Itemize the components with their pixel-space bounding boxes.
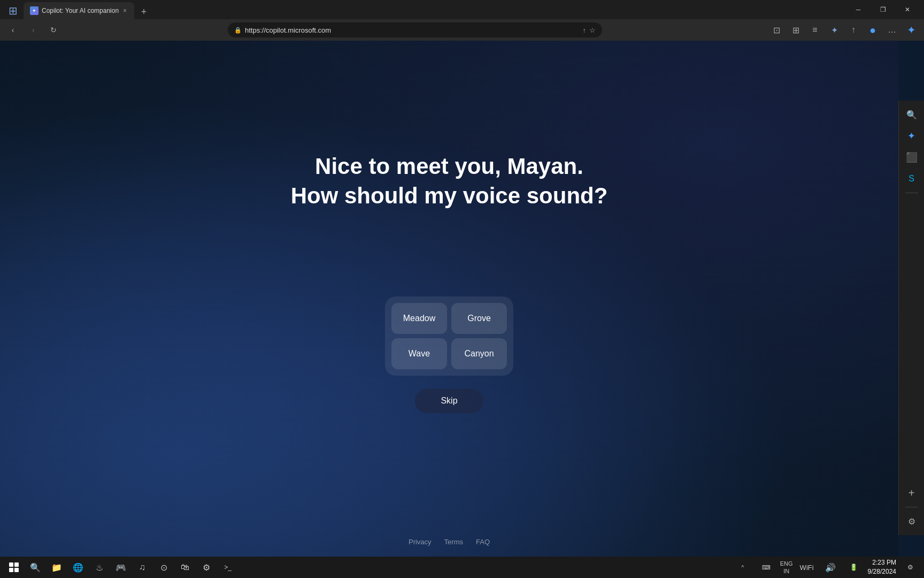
- url-text: https://copilot.microsoft.com: [245, 26, 580, 34]
- taskbar-chevron-button[interactable]: ^: [733, 559, 752, 576]
- extensions-button[interactable]: ⊞: [787, 21, 804, 39]
- browser-frame: ⊞ ✦ Copilot: Your AI companion × + ─ ❐ ✕…: [0, 0, 924, 578]
- taskbar-language[interactable]: ENGIN: [780, 560, 793, 575]
- privacy-link[interactable]: Privacy: [409, 538, 432, 546]
- taskbar-system-tray: ^ ⌨ ENGIN WiFi 🔊 🔋 2:23 PM 9/28/2024 ⚙: [733, 558, 920, 576]
- restore-button[interactable]: ❐: [871, 0, 895, 19]
- heading-line1: Nice to meet you, Mayan.: [291, 152, 608, 181]
- taskbar-search-button[interactable]: 🔍: [26, 559, 45, 576]
- taskbar-clock[interactable]: 2:23 PM 9/28/2024: [868, 558, 896, 576]
- sidebar-bottom-divider: [905, 507, 918, 507]
- start-icon: [9, 562, 19, 572]
- browser-icon: ⊞: [4, 2, 21, 19]
- sidebar-settings-button[interactable]: ⚙: [902, 512, 921, 531]
- browser-content: Nice to meet you, Mayan. How should my v…: [0, 41, 898, 557]
- sidebar-toggle-button[interactable]: ≡: [806, 21, 823, 39]
- terms-link[interactable]: Terms: [444, 538, 463, 546]
- refresh-button[interactable]: ↻: [45, 21, 62, 39]
- voice-options-grid: Meadow Grove Wave Canyon: [385, 296, 513, 376]
- sidebar-add-button[interactable]: +: [902, 483, 921, 503]
- share-button[interactable]: ↑: [845, 21, 862, 39]
- tab-close-button[interactable]: ×: [122, 6, 128, 16]
- more-menu-button[interactable]: …: [883, 21, 900, 39]
- taskbar-music[interactable]: ♫: [133, 559, 152, 576]
- taskbar-keyboard-button[interactable]: ⌨: [757, 559, 776, 576]
- page-background: Nice to meet you, Mayan. How should my v…: [0, 41, 898, 557]
- share-icon[interactable]: ↑: [583, 26, 587, 34]
- browser-sidebar: 🔍 ✦ ⬛ S + ⚙: [898, 101, 924, 535]
- voice-option-meadow[interactable]: Meadow: [391, 303, 447, 334]
- start-button[interactable]: [4, 559, 24, 576]
- heading-line2: How should my voice sound?: [291, 181, 608, 211]
- toolbar-actions: ⊡ ⊞ ≡ ✦ ↑ ● … ✦: [768, 21, 920, 39]
- sidebar-skype-button[interactable]: S: [902, 169, 921, 188]
- sidebar-divider: [905, 193, 918, 193]
- taskbar-volume-icon[interactable]: 🔊: [821, 559, 840, 576]
- tab-favicon: ✦: [30, 6, 38, 15]
- forward-button[interactable]: ›: [25, 21, 42, 39]
- taskbar-date-display: 9/28/2024: [868, 567, 896, 576]
- tab-title: Copilot: Your AI companion: [42, 7, 119, 14]
- close-button[interactable]: ✕: [895, 0, 920, 19]
- taskbar-chrome[interactable]: ⊙: [154, 559, 173, 576]
- main-heading: Nice to meet you, Mayan. How should my v…: [291, 152, 608, 210]
- copilot-button[interactable]: ✦: [903, 21, 920, 39]
- faq-link[interactable]: FAQ: [476, 538, 490, 546]
- taskbar-time-display: 2:23 PM: [868, 558, 896, 567]
- sidebar-search-button[interactable]: 🔍: [902, 105, 921, 124]
- voice-option-canyon[interactable]: Canyon: [451, 338, 507, 369]
- taskbar-steam[interactable]: ♨: [90, 559, 109, 576]
- taskbar-settings-app[interactable]: ⚙: [197, 559, 216, 576]
- split-view-button[interactable]: ⊡: [768, 21, 785, 39]
- taskbar: 🔍 📁 🌐 ♨ 🎮 ♫ ⊙ 🛍 ⚙ >_ ^ ⌨ ENGIN WiFi 🔊 🔋 …: [0, 557, 924, 578]
- new-tab-button[interactable]: +: [136, 4, 151, 19]
- active-tab[interactable]: ✦ Copilot: Your AI companion ×: [24, 2, 134, 19]
- tab-bar: ⊞ ✦ Copilot: Your AI companion × + ─ ❐ ✕: [0, 0, 924, 19]
- main-content: Nice to meet you, Mayan. How should my v…: [291, 152, 608, 413]
- address-bar[interactable]: 🔒 https://copilot.microsoft.com ↑ ☆: [228, 22, 602, 37]
- taskbar-wifi-icon[interactable]: WiFi: [797, 559, 817, 576]
- taskbar-edge[interactable]: 🌐: [68, 559, 88, 576]
- back-button[interactable]: ‹: [4, 21, 21, 39]
- taskbar-notification-button[interactable]: ⚙: [900, 559, 920, 576]
- taskbar-terminal[interactable]: >_: [218, 559, 237, 576]
- footer-links: Privacy Terms FAQ: [409, 538, 490, 546]
- voice-option-grove[interactable]: Grove: [451, 303, 507, 334]
- collections-button[interactable]: ✦: [826, 21, 843, 39]
- taskbar-game[interactable]: 🎮: [111, 559, 130, 576]
- voice-option-wave[interactable]: Wave: [391, 338, 447, 369]
- taskbar-battery-icon[interactable]: 🔋: [844, 559, 864, 576]
- lock-icon: 🔒: [234, 27, 242, 34]
- sidebar-copilot-button[interactable]: ✦: [902, 126, 921, 146]
- minimize-button[interactable]: ─: [846, 0, 871, 19]
- taskbar-file-explorer[interactable]: 📁: [47, 559, 66, 576]
- profile-button[interactable]: ●: [864, 21, 881, 39]
- skip-button[interactable]: Skip: [415, 389, 483, 413]
- browser-toolbar: ‹ › ↻ 🔒 https://copilot.microsoft.com ↑ …: [0, 19, 924, 41]
- favorite-icon[interactable]: ☆: [589, 26, 596, 34]
- sidebar-outlook-button[interactable]: ⬛: [902, 148, 921, 167]
- taskbar-store[interactable]: 🛍: [175, 559, 195, 576]
